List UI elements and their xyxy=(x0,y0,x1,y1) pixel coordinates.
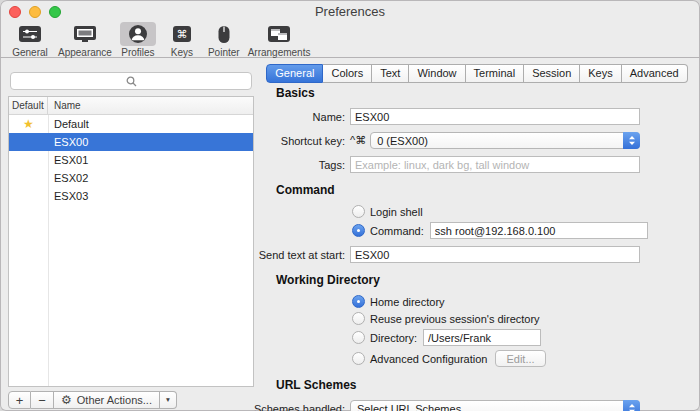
tab-advanced[interactable]: Advanced xyxy=(622,64,688,83)
profile-row-esx02[interactable]: ESX02 xyxy=(9,169,253,187)
profile-row-esx00[interactable]: ESX00 xyxy=(9,133,253,151)
advanced-configuration-label: Advanced Configuration xyxy=(370,353,487,365)
reuse-directory-label: Reuse previous session's directory xyxy=(370,313,540,325)
login-shell-radio[interactable] xyxy=(352,205,365,218)
toolbar-label: Appearance xyxy=(58,47,112,58)
basics-heading: Basics xyxy=(276,86,694,100)
other-actions-button[interactable]: ⚙ Other Actions... xyxy=(54,391,160,409)
tab-keys[interactable]: Keys xyxy=(580,64,621,83)
search-icon xyxy=(126,76,137,87)
other-actions-dropdown-arrow[interactable]: ▼ xyxy=(160,391,177,409)
profile-row-default[interactable]: ★ Default xyxy=(9,115,253,133)
profile-name: ESX01 xyxy=(48,154,253,166)
shortcut-key-label: Shortcut key: xyxy=(250,135,345,147)
column-header-default: Default xyxy=(9,97,48,114)
popup-stepper-icon xyxy=(623,400,640,411)
home-directory-radio[interactable] xyxy=(352,295,365,308)
gear-icon: ⚙ xyxy=(61,394,72,406)
remove-profile-button[interactable]: − xyxy=(31,391,54,409)
shortcut-key-value: 0 (ESX00) xyxy=(377,135,428,147)
profiles-search-field[interactable] xyxy=(10,72,252,90)
custom-directory-radio[interactable] xyxy=(352,331,365,344)
profile-settings-tabs: General Colors Text Window Terminal Sess… xyxy=(262,64,692,83)
tags-input[interactable] xyxy=(350,156,640,173)
profile-name: ESX03 xyxy=(48,190,253,202)
general-tab-content: Basics Name: Shortcut key: ^⌘ 0 (ESX00) … xyxy=(250,86,694,411)
toolbar-label: General xyxy=(12,47,48,58)
svg-text:⌘: ⌘ xyxy=(176,28,187,41)
command-heading: Command xyxy=(276,183,694,197)
edit-advanced-button[interactable]: Edit... xyxy=(495,350,545,367)
profile-name: Default xyxy=(48,118,253,130)
tab-session[interactable]: Session xyxy=(524,64,580,83)
profile-name-input[interactable] xyxy=(350,108,640,125)
send-text-input[interactable] xyxy=(350,246,640,263)
tab-colors[interactable]: Colors xyxy=(323,64,372,83)
basics-section: Basics Name: Shortcut key: ^⌘ 0 (ESX00) … xyxy=(250,86,694,173)
home-directory-label: Home directory xyxy=(370,296,445,308)
popup-stepper-icon xyxy=(623,132,640,149)
tab-general[interactable]: General xyxy=(266,64,323,83)
url-schemes-section: URL Schemes Schemes handled: Select URL … xyxy=(250,378,694,411)
toolbar-item-arrangements[interactable]: Arrangements xyxy=(244,22,315,58)
preferences-window: Preferences General Appearance Profiles … xyxy=(0,0,700,411)
url-schemes-value: Select URL Schemes... xyxy=(357,403,470,411)
working-directory-heading: Working Directory xyxy=(276,273,694,287)
preferences-toolbar: General Appearance Profiles ⌘ Keys Point… xyxy=(0,20,700,58)
url-schemes-heading: URL Schemes xyxy=(276,378,694,392)
shortcut-modifiers: ^⌘ xyxy=(350,134,366,147)
shortcut-key-popup[interactable]: 0 (ESX00) xyxy=(370,132,640,149)
send-text-label: Send text at start: xyxy=(250,249,345,261)
command-radio[interactable] xyxy=(352,224,365,237)
list-header: Default Name xyxy=(9,97,253,115)
command-section: Command Login shell Command: Send text a… xyxy=(250,183,694,263)
command-input[interactable] xyxy=(430,222,648,239)
directory-input[interactable] xyxy=(423,329,541,346)
toolbar-item-appearance[interactable]: Appearance xyxy=(54,22,116,58)
window-arrangements-icon xyxy=(259,22,299,46)
mouse-pointer-icon xyxy=(209,22,239,46)
profile-row-esx01[interactable]: ESX01 xyxy=(9,151,253,169)
profiles-list: Default Name ★ Default ESX00 ESX01 ESX02… xyxy=(8,96,254,387)
toolbar-label: Profiles xyxy=(121,47,154,58)
default-star-icon: ★ xyxy=(23,117,34,131)
toolbar-item-profiles[interactable]: Profiles xyxy=(116,22,160,58)
command-label: Command: xyxy=(370,225,424,237)
custom-directory-label: Directory: xyxy=(370,332,417,344)
url-schemes-popup[interactable]: Select URL Schemes... xyxy=(350,400,640,411)
profile-person-icon xyxy=(120,22,156,46)
profile-list-actions: + − ⚙ Other Actions... ▼ xyxy=(8,391,177,409)
other-actions-label: Other Actions... xyxy=(77,394,152,406)
tab-terminal[interactable]: Terminal xyxy=(466,64,525,83)
reuse-directory-radio[interactable] xyxy=(352,312,365,325)
schemes-handled-label: Schemes handled: xyxy=(250,403,345,411)
name-label: Name: xyxy=(250,111,345,123)
toolbar-item-keys[interactable]: ⌘ Keys xyxy=(160,22,204,58)
toolbar-item-pointer[interactable]: Pointer xyxy=(204,22,244,58)
add-profile-button[interactable]: + xyxy=(8,391,31,409)
toolbar-label: Keys xyxy=(171,47,193,58)
tab-text[interactable]: Text xyxy=(372,64,409,83)
tab-window[interactable]: Window xyxy=(409,64,465,83)
login-shell-label: Login shell xyxy=(370,206,423,218)
toolbar-label: Arrangements xyxy=(248,47,311,58)
toolbar-item-general[interactable]: General xyxy=(6,22,54,58)
sliders-icon xyxy=(10,22,50,46)
titlebar: Preferences xyxy=(0,0,700,22)
toolbar-label: Pointer xyxy=(208,47,240,58)
command-key-icon: ⌘ xyxy=(164,22,200,46)
profile-name: ESX02 xyxy=(48,172,253,184)
column-header-name: Name xyxy=(48,100,253,111)
chevron-down-icon: ▼ xyxy=(165,396,171,403)
advanced-configuration-radio[interactable] xyxy=(352,352,365,365)
profile-name: ESX00 xyxy=(48,136,253,148)
profile-row-esx03[interactable]: ESX03 xyxy=(9,187,253,205)
tags-label: Tags: xyxy=(250,159,345,171)
appearance-icon xyxy=(65,22,105,46)
working-directory-section: Working Directory Home directory Reuse p… xyxy=(250,273,694,367)
